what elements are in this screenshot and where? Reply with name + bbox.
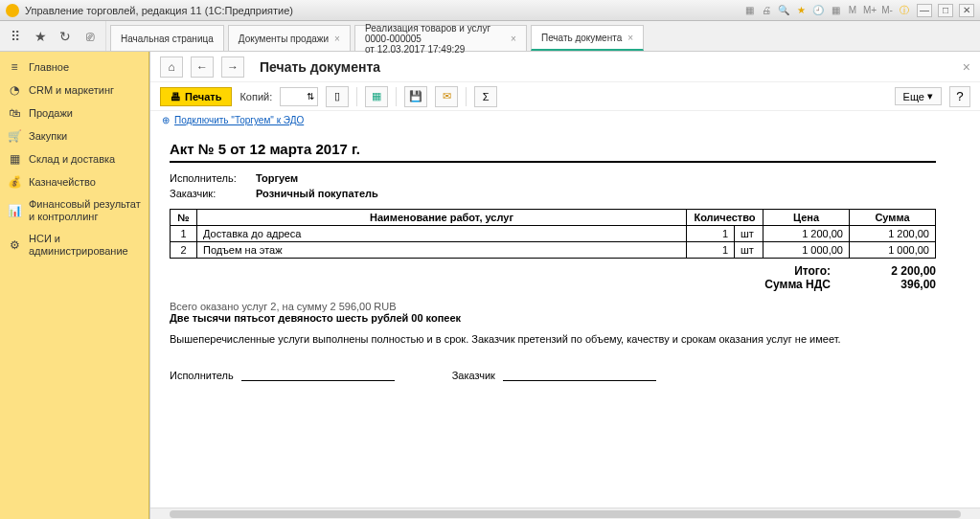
tb-icon-6[interactable]: ▦ [829,4,842,17]
tb-icon-2[interactable]: 🖨 [760,4,773,17]
tab-print[interactable]: Печать документа× [531,25,644,51]
close-button[interactable]: ✕ [959,4,974,17]
services-table: № Наименование работ, услуг Количество Ц… [170,209,936,259]
copies-label: Копий: [239,91,272,102]
sig-customer: Заказчик [452,368,656,381]
sb-label: Склад и доставка [29,153,115,166]
sb-purchases[interactable]: 🛒Закупки [0,124,148,147]
copies-spinner[interactable]: ⇅ [280,87,318,106]
sb-label: Продажи [29,107,73,120]
sb-main[interactable]: ≡Главное [0,56,148,79]
sidebar: ≡Главное ◔CRM и маркетинг 🛍Продажи 🛒Заку… [0,52,149,519]
note: Вышеперечисленные услуги выполнены полно… [170,333,936,345]
sb-crm[interactable]: ◔CRM и маркетинг [0,79,148,102]
chevron-down-icon: ▾ [927,90,933,102]
grid-icon: ▦ [8,152,21,166]
cell-unit: шт [735,226,763,242]
sb-label: CRM и маркетинг [29,84,114,97]
total-label: Итого: [794,264,831,278]
tb-icon-7[interactable]: M [846,4,859,17]
maximize-button[interactable]: □ [938,4,953,17]
tab-start[interactable]: Начальная страница [110,25,224,51]
th-n: № [171,210,197,226]
apps-icon[interactable]: ⠿ [8,29,23,44]
scroll-thumb[interactable] [170,510,961,518]
cell-sum: 1 200,00 [850,226,936,242]
summary: Всего оказано услуг 2, на сумму 2 596,00… [170,301,936,324]
star-icon[interactable]: ★ [33,29,48,44]
tab-close-icon[interactable]: × [334,34,340,44]
more-button[interactable]: Еще▾ [895,87,942,105]
topbar: ⌂ ← → Печать документа × [150,52,980,82]
cell-sum: 1 000,00 [850,242,936,259]
table-row: 2 Подъем на этаж 1 шт 1 000,00 1 000,00 [171,242,936,259]
sb-nsi[interactable]: ⚙НСИ и администрирование [0,228,148,262]
cell-unit: шт [735,242,763,259]
edo-link[interactable]: Подключить "Торгуем" к ЭДО [174,115,304,125]
printer-icon: 🖶 [171,91,181,102]
separator [356,87,357,106]
layout-button[interactable]: ▯ [326,86,349,107]
menu-icon: ≡ [8,60,21,74]
content: ⌂ ← → Печать документа × 🖶Печать Копий: … [149,52,980,519]
tab-realization[interactable]: Реализация товаров и услуг 0000-000005 о… [354,25,527,51]
page-close-icon[interactable]: × [963,59,970,75]
vat-value: 396,00 [859,278,936,291]
mail-button[interactable]: ✉ [435,86,458,107]
sb-warehouse[interactable]: ▦Склад и доставка [0,147,148,170]
sb-sales[interactable]: 🛍Продажи [0,102,148,124]
minimize-button[interactable]: — [917,4,932,17]
tab-close-icon[interactable]: × [627,33,633,43]
spreadsheet-button[interactable]: ▦ [365,86,388,107]
cell-qty: 1 [687,226,735,242]
cart-icon: 🛒 [8,129,21,143]
help-button[interactable]: ? [949,86,970,107]
save-button[interactable]: 💾 [404,86,427,107]
tb-icon-8[interactable]: M+ [863,4,877,17]
sig-label: Заказчик [452,370,495,381]
tb-icon-9[interactable]: M- [880,4,894,17]
separator [396,87,397,106]
sum-button[interactable]: Σ [474,86,497,107]
performer-row: Исполнитель: Торгуем [170,172,936,184]
horizontal-scrollbar[interactable] [150,508,980,519]
chart-icon[interactable]: ⎚ [82,29,98,44]
tab-label: Реализация товаров и услуг 0000-000005 о… [365,23,505,55]
sb-label: НСИ и администрирование [29,233,141,258]
forward-button[interactable]: → [221,56,244,78]
tb-icon-star[interactable]: ★ [794,4,808,17]
cell-qty: 1 [687,242,735,259]
print-label: Печать [185,91,221,102]
window-title: Управление торговлей, редакция 11 (1С:Пр… [25,5,742,16]
cell-name: Подъем на этаж [197,242,687,259]
sb-treasury[interactable]: 💰Казначейство [0,170,148,193]
tab-tools: ⠿ ★ ↻ ⎚ [0,21,106,51]
tab-docs[interactable]: Документы продажи× [228,25,351,51]
print-button[interactable]: 🖶Печать [160,87,232,106]
titlebar: Управление торговлей, редакция 11 (1С:Пр… [0,0,980,21]
pie-icon: ◔ [8,83,21,97]
document-area: Акт № 5 от 12 марта 2017 г. Исполнитель:… [150,129,980,508]
sig-line [241,368,395,381]
info-icon[interactable]: ⓘ [898,4,911,17]
cell-price: 1 200,00 [763,226,850,242]
tab-close-icon[interactable]: × [511,34,516,44]
home-button[interactable]: ⌂ [160,56,183,78]
back-button[interactable]: ← [191,56,214,78]
sb-finresult[interactable]: 📊Финансовый результат и контроллинг [0,193,148,228]
separator [466,87,467,106]
signatures: Исполнитель Заказчик [170,368,936,381]
sb-label: Закупки [29,130,67,143]
tb-icon-1[interactable]: ▦ [742,4,756,17]
th-qty: Количество [687,210,763,226]
tb-icon-3[interactable]: 🔍 [777,4,790,17]
summary-line: Всего оказано услуг 2, на сумму 2 596,00… [170,301,936,312]
th-price: Цена [763,210,850,226]
history-icon[interactable]: ↻ [57,29,73,44]
bag-icon: 🛍 [8,106,21,120]
main: ≡Главное ◔CRM и маркетинг 🛍Продажи 🛒Заку… [0,52,980,519]
tabstrip: ⠿ ★ ↻ ⎚ Начальная страница Документы про… [0,21,980,52]
cell-n: 2 [171,242,197,259]
tb-icon-5[interactable]: 🕘 [811,4,825,17]
spinner-arrows-icon: ⇅ [307,91,314,102]
